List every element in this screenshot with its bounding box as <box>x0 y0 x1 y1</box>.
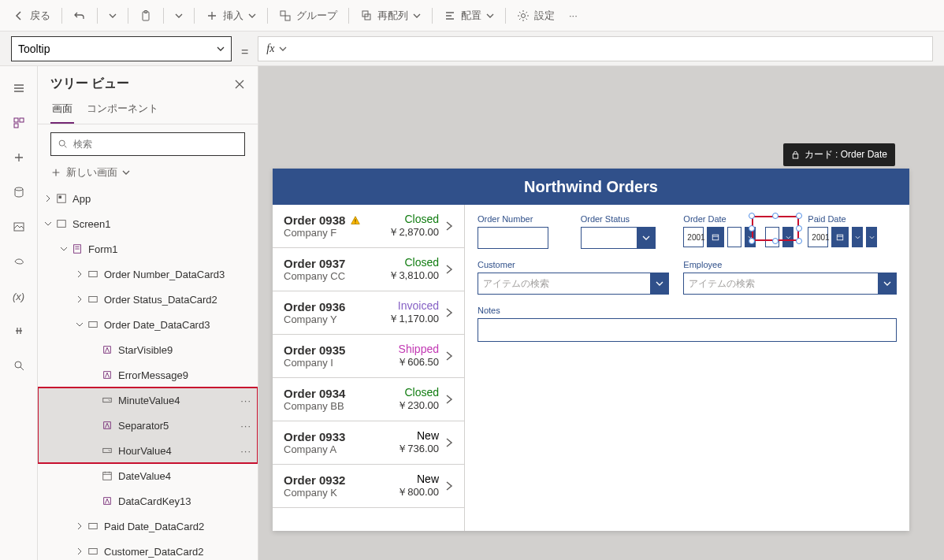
formula-bar[interactable]: fx <box>258 36 933 61</box>
rail-data[interactable] <box>3 176 35 208</box>
plus-icon <box>206 9 218 22</box>
minute-value[interactable] <box>759 227 762 247</box>
rail-media[interactable] <box>3 211 35 243</box>
chevron-right-icon <box>76 270 84 278</box>
tree-node-customer-dc[interactable]: Customer_DataCard2 <box>38 539 258 560</box>
order-list-item[interactable]: Order 0938Company FClosed￥2,870.00 <box>273 205 464 248</box>
order-list-item[interactable]: Order 0936Company YInvoiced￥1,170.00 <box>273 291 464 335</box>
tree-node-form1[interactable]: Form1 <box>38 236 258 261</box>
svg-rect-28 <box>355 222 356 223</box>
rail-advanced[interactable] <box>3 315 35 347</box>
date-year[interactable]: 2001 <box>683 227 704 247</box>
insert-button[interactable]: 挿入 <box>199 4 262 28</box>
node-more-button[interactable]: ··· <box>236 420 251 432</box>
order-list-item[interactable]: Order 0937Company CCClosed￥3,810.00 <box>273 248 464 291</box>
canvas[interactable]: カード : Order Date Northwind Orders Order … <box>258 66 944 560</box>
tab-screens[interactable]: 画面 <box>50 95 74 124</box>
chevron-down-icon <box>44 220 52 228</box>
tree-node-datevalue[interactable]: DateValue4 <box>38 463 258 488</box>
minute-dd-btn[interactable] <box>866 227 877 247</box>
settings-button[interactable]: 設定 <box>511 4 561 28</box>
tree-node-order-status-dc[interactable]: Order Status_DataCard2 <box>38 287 258 312</box>
date-year[interactable]: 2001 <box>808 227 828 247</box>
reorder-button[interactable]: 再配列 <box>354 4 427 28</box>
label-icon <box>101 343 113 356</box>
undo-button[interactable] <box>67 4 92 28</box>
back-button[interactable]: 戻る <box>6 4 57 28</box>
new-screen-button[interactable]: 新しい画面 <box>38 164 258 186</box>
notes-input[interactable] <box>478 318 897 342</box>
tab-components[interactable]: コンポーネント <box>85 95 160 124</box>
order-title: Order 0936 <box>284 300 345 313</box>
node-label: MinuteValue4 <box>118 395 236 406</box>
tree-node-separator[interactable]: Separator5 ··· <box>38 413 258 438</box>
tree-node-starvisible[interactable]: StarVisible9 <box>38 337 258 362</box>
order-list-item[interactable]: Order 0935Company IShipped￥606.50 <box>273 335 464 378</box>
tree-node-order-date-dc[interactable]: Order Date_DataCard3 <box>38 312 258 337</box>
order-status: Invoiced <box>388 299 439 312</box>
minute-dd-btn[interactable] <box>782 227 793 247</box>
undo-dropdown[interactable] <box>102 4 123 28</box>
customer-select[interactable]: アイテムの検索 <box>478 273 669 295</box>
employee-select[interactable]: アイテムの検索 <box>683 273 897 295</box>
tree-node-app[interactable]: App <box>38 186 258 211</box>
hour-dd-btn[interactable] <box>852 227 863 247</box>
hour-dd-btn[interactable] <box>745 227 756 247</box>
rail-flows[interactable] <box>3 246 35 277</box>
chevron-right-icon <box>445 220 453 232</box>
order-list[interactable]: Order 0938Company FClosed￥2,870.00Order … <box>273 205 465 531</box>
more-button[interactable]: ··· <box>563 4 584 28</box>
field-label: Order Number <box>478 214 567 224</box>
order-price: ￥606.50 <box>397 355 439 369</box>
minute-value2[interactable] <box>765 227 779 247</box>
property-selector[interactable] <box>11 36 232 61</box>
selected-nodes-group: MinuteValue4 ··· Separator5 ··· HourValu… <box>38 388 258 463</box>
tree-node-errormessage[interactable]: ErrorMessage9 <box>38 362 258 388</box>
tree-node-screen1[interactable]: Screen1 <box>38 211 258 236</box>
order-number-input[interactable] <box>478 227 548 249</box>
rail-tree-view[interactable] <box>3 107 35 139</box>
order-company: Company K <box>284 487 391 499</box>
card-icon <box>87 545 99 558</box>
tree-node-hourvalue[interactable]: HourValue4 ··· <box>38 438 258 463</box>
order-list-item[interactable]: Order 0934Company BBClosed￥230.00 <box>273 378 464 421</box>
node-label: Order Date_DataCard3 <box>104 319 251 331</box>
paste-button[interactable] <box>133 4 158 28</box>
paid-date-controls: 2001 <box>808 227 897 247</box>
tree-node-datacardkey[interactable]: DataCardKey13 <box>38 488 258 514</box>
hour-value[interactable] <box>727 227 741 247</box>
tree-search-input[interactable] <box>73 139 238 150</box>
rail-variables[interactable]: (x) <box>3 280 35 312</box>
order-list-item[interactable]: Order 0932Company KNew￥800.00 <box>273 465 464 508</box>
order-price: ￥800.00 <box>397 485 439 499</box>
dropdown-icon <box>101 444 113 457</box>
node-more-button[interactable]: ··· <box>236 395 251 406</box>
property-input[interactable] <box>18 43 217 55</box>
rail-search[interactable] <box>3 350 35 381</box>
toolbar-separator <box>348 8 349 24</box>
rail-hamburger[interactable] <box>3 72 35 104</box>
align-button[interactable]: 配置 <box>437 4 500 28</box>
order-list-item[interactable]: Order 0933Company ANew￥736.00 <box>273 421 464 465</box>
tree-node-minutevalue[interactable]: MinuteValue4 ··· <box>38 388 258 413</box>
tree-search-box[interactable] <box>50 132 245 156</box>
fx-icon: fx <box>266 43 274 55</box>
calendar-icon[interactable] <box>831 227 849 247</box>
order-company: Company BB <box>284 400 391 412</box>
rail-insert[interactable] <box>3 142 35 173</box>
calendar-icon[interactable] <box>707 227 724 247</box>
node-more-button[interactable]: ··· <box>236 445 251 457</box>
order-date-controls: 2001 <box>683 227 793 247</box>
svg-rect-16 <box>58 221 66 228</box>
paste-dropdown[interactable] <box>169 4 189 28</box>
tree-node-order-number-dc[interactable]: Order Number_DataCard3 <box>38 261 258 287</box>
order-status-select[interactable] <box>581 227 656 249</box>
more-icon: ··· <box>569 9 578 21</box>
close-panel-button[interactable] <box>234 79 245 90</box>
equals-sign: = <box>241 39 248 59</box>
tree-node-paid-date-dc[interactable]: Paid Date_DataCard2 <box>38 514 258 539</box>
app-title: Northwind Orders <box>524 178 658 196</box>
tree-panel-title: ツリー ビュー <box>50 76 129 92</box>
app-body: Order 0938Company FClosed￥2,870.00Order … <box>273 205 909 531</box>
group-button[interactable]: グループ <box>273 4 344 28</box>
